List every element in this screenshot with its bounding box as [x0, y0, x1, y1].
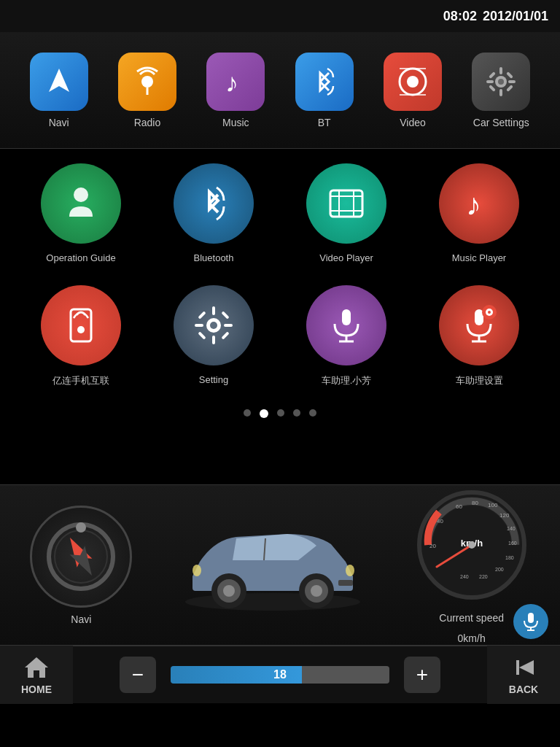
svg-rect-25	[71, 309, 91, 341]
home-label: HOME	[21, 684, 52, 695]
status-date: 2012/01/01	[483, 9, 548, 24]
svg-rect-77	[528, 613, 534, 623]
dot-1[interactable]	[244, 409, 251, 417]
top-apps-bar: Navi Radio ♪ Music	[0, 32, 560, 149]
home-icon	[23, 654, 50, 681]
svg-rect-14	[489, 71, 496, 79]
volume-control: − 18 +	[73, 657, 487, 693]
app-grid-row2: 亿连手机互联	[22, 285, 538, 387]
top-app-radio[interactable]: Radio	[118, 53, 176, 128]
svg-rect-32	[224, 324, 233, 327]
dot-4[interactable]	[293, 409, 300, 417]
car-assist2-label: 车助理设置	[456, 374, 503, 387]
top-app-music[interactable]: ♪ Music	[206, 53, 265, 128]
svg-rect-35	[198, 331, 206, 339]
app-car-assist2[interactable]: 车助理设置	[420, 285, 538, 387]
navi-label: Navi	[49, 117, 69, 128]
carsettings-label: Car Settings	[473, 117, 529, 128]
app-grid-row1: Operation Guide Bluetooth	[22, 163, 538, 263]
svg-text:120: 120	[499, 512, 510, 519]
mic-widget[interactable]	[513, 604, 548, 639]
music-icon: ♪	[206, 53, 265, 111]
back-button[interactable]: BACK	[487, 646, 560, 704]
svg-rect-36	[221, 331, 229, 339]
svg-rect-15	[506, 71, 513, 79]
svg-text:160: 160	[508, 541, 517, 546]
svg-marker-0	[49, 69, 69, 92]
volume-slider[interactable]: 18	[171, 666, 389, 684]
svg-marker-80	[25, 657, 48, 678]
compass	[30, 506, 132, 608]
volume-plus-button[interactable]: +	[404, 657, 440, 693]
speed-label: Current speed	[439, 612, 504, 624]
top-app-video[interactable]: Video	[384, 53, 442, 128]
operation-guide-label: Operation Guide	[46, 252, 115, 263]
svg-text:180: 180	[505, 555, 514, 560]
svg-rect-17	[506, 85, 513, 92]
home-button[interactable]: HOME	[0, 646, 73, 704]
app-car-assist1[interactable]: 车助理.小芳	[287, 285, 405, 387]
app-operation-guide[interactable]: Operation Guide	[22, 163, 140, 263]
dot-5[interactable]	[309, 409, 316, 417]
video-label: Video	[400, 117, 426, 128]
svg-text:40: 40	[437, 518, 443, 525]
navi-widget[interactable]: Navi	[30, 506, 132, 625]
compass-outer	[30, 506, 132, 608]
car-assist2-icon	[439, 285, 519, 365]
app-setting[interactable]: Setting	[155, 285, 273, 387]
radio-label: Radio	[134, 117, 161, 128]
main-content: Operation Guide Bluetooth	[0, 149, 560, 484]
svg-point-50	[185, 593, 360, 611]
top-app-navi[interactable]: Navi	[30, 53, 88, 128]
car-assist1-label: 车助理.小芳	[322, 374, 372, 387]
app-music-player[interactable]: ♪ Music Player	[420, 163, 538, 263]
status-time: 08:02	[443, 9, 477, 24]
operation-guide-icon	[41, 163, 121, 244]
svg-text:220: 220	[479, 574, 488, 579]
svg-rect-10	[499, 67, 502, 74]
svg-rect-11	[499, 89, 502, 96]
svg-rect-19	[330, 190, 362, 217]
svg-rect-13	[508, 80, 516, 83]
dot-3[interactable]	[277, 409, 284, 417]
car-assist1-icon	[306, 285, 386, 365]
bt-icon	[295, 53, 354, 111]
app-video-player[interactable]: Video Player	[287, 163, 405, 263]
speed-value: 0km/h	[458, 632, 486, 644]
svg-point-57	[311, 585, 322, 597]
navi-widget-label: Navi	[71, 614, 91, 625]
svg-point-26	[77, 326, 85, 333]
svg-rect-16	[489, 85, 496, 92]
svg-rect-30	[212, 336, 215, 344]
svg-rect-60	[338, 580, 353, 586]
yilian-icon	[41, 285, 121, 365]
svg-point-18	[74, 187, 88, 202]
volume-value: 18	[273, 668, 287, 681]
top-app-bt[interactable]: BT	[295, 53, 354, 128]
svg-text:80: 80	[472, 500, 478, 506]
svg-rect-12	[486, 80, 494, 83]
car-svg	[171, 518, 375, 613]
svg-point-58	[346, 565, 354, 576]
setting-label: Setting	[199, 374, 228, 385]
video-icon	[384, 53, 442, 111]
svg-point-76	[468, 541, 475, 549]
compass-top-dot	[76, 522, 86, 533]
svg-point-54	[223, 585, 235, 597]
status-bar: 08:02 2012/01/01	[0, 0, 560, 32]
dot-2[interactable]	[260, 409, 268, 418]
app-bluetooth[interactable]: Bluetooth	[155, 163, 273, 263]
mic-icon	[521, 611, 541, 632]
music-label: Music	[222, 117, 249, 128]
svg-text:140: 140	[507, 526, 516, 531]
svg-point-45	[488, 311, 491, 314]
bt-label: BT	[318, 117, 331, 128]
setting-icon	[174, 285, 254, 365]
speedometer: 20 40 60 80 100 120 140 160 180 200 220 …	[413, 487, 530, 603]
top-app-carsettings[interactable]: Car Settings	[472, 53, 530, 128]
yilian-label: 亿连手机互联	[52, 374, 109, 387]
volume-minus-button[interactable]: −	[120, 657, 156, 693]
app-yilian[interactable]: 亿连手机互联	[22, 285, 140, 387]
svg-text:20: 20	[429, 543, 436, 549]
svg-text:100: 100	[488, 502, 498, 508]
